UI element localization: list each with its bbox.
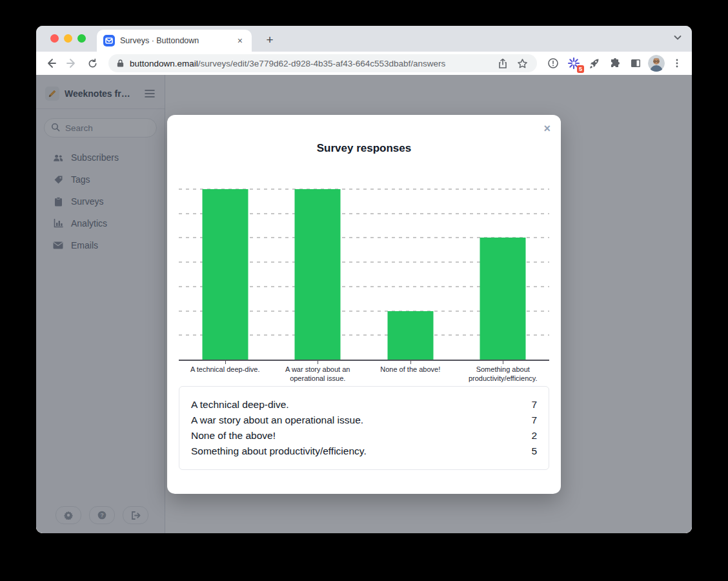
browser-toolbar: buttondown.email/surveys/edit/3e779d62-d… — [36, 52, 692, 75]
survey-responses-modal: × Survey responses A technical deep-dive… — [167, 115, 561, 494]
result-label: Something about productivity/efficiency. — [191, 443, 367, 459]
result-value: 7 — [531, 413, 537, 428]
result-label: A war story about an operational issue. — [191, 413, 363, 428]
axis-tick — [318, 361, 318, 364]
extensions-puzzle-icon[interactable] — [607, 55, 623, 72]
chart-x-label: None of the above! — [364, 365, 457, 383]
result-label: None of the above! — [191, 428, 276, 443]
axis-tick — [225, 361, 226, 364]
bookmark-star-icon[interactable] — [515, 56, 529, 70]
chart-x-labels: A technical deep-dive.A war story about … — [179, 365, 549, 383]
axis-tick — [503, 361, 503, 364]
chart-bar — [387, 311, 433, 360]
result-row: A war story about an operational issue.7 — [191, 413, 537, 428]
axis-tick — [410, 361, 411, 364]
url-bar[interactable]: buttondown.email/surveys/edit/3e779d62-d… — [108, 54, 537, 72]
tab-strip: Surveys · Buttondown × + — [36, 26, 692, 52]
window-controls[interactable] — [50, 34, 86, 43]
result-value: 5 — [531, 443, 537, 459]
tab-title: Surveys · Buttondown — [120, 36, 235, 45]
lock-icon[interactable] — [116, 59, 125, 68]
modal-close-icon[interactable]: × — [543, 123, 551, 134]
chart-column — [179, 189, 272, 360]
browser-window: Surveys · Buttondown × + buttondown.emai… — [36, 26, 692, 533]
url-text[interactable]: buttondown.email/surveys/edit/3e779d62-d… — [130, 59, 490, 68]
result-row: None of the above!2 — [191, 428, 537, 443]
new-tab-button[interactable]: + — [261, 31, 279, 49]
chart-x-label: A war story about an operational issue. — [272, 365, 365, 383]
tab-surveys-buttondown[interactable]: Surveys · Buttondown × — [97, 30, 252, 52]
chart-bar — [202, 189, 248, 360]
result-value: 2 — [531, 428, 537, 443]
chart-plot — [179, 189, 549, 361]
extension-badge: 5 — [577, 65, 584, 73]
chart-column — [364, 189, 457, 360]
result-label: A technical deep-dive. — [191, 397, 289, 413]
forward-icon — [63, 55, 80, 72]
page-info-icon[interactable] — [545, 55, 561, 72]
url-domain: buttondown.email — [130, 59, 198, 68]
result-value: 7 — [531, 397, 537, 413]
extension-burst-icon[interactable]: 5 — [565, 55, 582, 72]
close-window-button[interactable] — [50, 34, 59, 43]
chart-bar — [295, 189, 341, 360]
share-icon[interactable] — [496, 56, 510, 70]
tab-search-chevron-icon[interactable] — [672, 32, 683, 43]
chart-column — [457, 189, 550, 360]
page-content: Weeknotes fr… Subscribers — [36, 75, 692, 533]
rocket-extension-icon[interactable] — [586, 55, 603, 72]
browser-menu-kebab-icon[interactable] — [669, 55, 685, 72]
result-row: Something about productivity/efficiency.… — [191, 443, 537, 459]
minimize-window-button[interactable] — [64, 34, 72, 43]
reload-icon[interactable] — [84, 55, 101, 72]
chart-bar — [480, 238, 526, 360]
buttondown-favicon-icon — [103, 35, 115, 46]
results-table: A technical deep-dive.7A war story about… — [179, 386, 549, 470]
chart-column — [272, 189, 365, 360]
side-panel-icon[interactable] — [627, 55, 644, 72]
chart-x-label: Something about productivity/efficiency. — [457, 365, 550, 383]
tab-close-icon[interactable]: × — [235, 35, 245, 46]
result-row: A technical deep-dive.7 — [191, 397, 537, 413]
modal-title: Survey responses — [167, 142, 561, 155]
back-icon[interactable] — [43, 55, 59, 72]
profile-avatar[interactable] — [648, 55, 665, 72]
chart-x-label: A technical deep-dive. — [179, 365, 272, 383]
zoom-window-button[interactable] — [77, 34, 86, 43]
url-path: /surveys/edit/3e779d62-d928-4b35-af43-66… — [198, 59, 446, 68]
